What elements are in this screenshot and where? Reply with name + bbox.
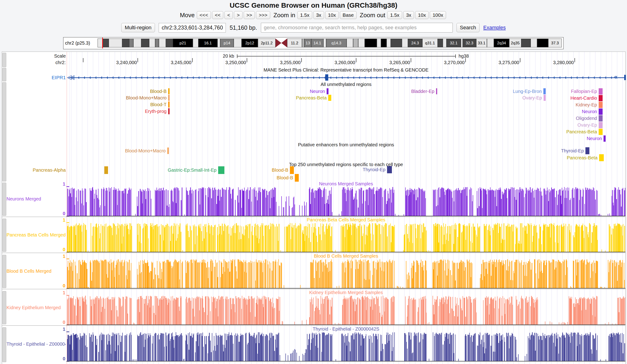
ideogram-band[interactable] [402,39,408,47]
region-mark-all-unmethylated[interactable] [599,122,603,128]
ideogram-band-24.3[interactable]: 24.3 [408,39,422,47]
ideogram-band[interactable] [234,39,242,47]
zoom-out-button-3[interactable]: 100x [430,11,446,19]
ideogram-band[interactable] [302,39,304,47]
ideogram-band[interactable] [365,39,377,47]
ideogram-band[interactable] [217,39,220,47]
region-label-putative-enhancers[interactable]: Pancreas-Beta [567,155,597,161]
region-label-all-unmethylated[interactable]: Oligodend [576,115,597,121]
track-drag-handle[interactable] [2,82,6,181]
region-mark-all-unmethylated[interactable] [604,135,606,142]
track-drag-handle[interactable] [2,255,6,288]
examples-link[interactable]: Examples [483,25,506,31]
move-button-1[interactable]: << [212,11,223,19]
region-label-all-unmethylated[interactable]: Lung-Ep-Bron [513,88,542,94]
ideogram-band[interactable] [531,39,537,47]
region-mark-all-unmethylated[interactable] [168,102,170,107]
region-mark-all-unmethylated[interactable] [543,88,546,94]
ideogram-band[interactable] [193,39,198,47]
search-button[interactable]: Search [457,23,480,32]
region-label-top250[interactable]: Pancreas-Alpha [33,167,66,173]
region-mark-top250[interactable] [218,166,224,174]
track-drag-handle[interactable] [2,327,6,362]
ideogram-band[interactable] [159,39,166,47]
region-label-all-unmethylated[interactable]: Bladder-Ep [411,88,434,94]
region-mark-all-unmethylated[interactable] [599,95,603,101]
region-label-all-unmethylated[interactable]: Fallopian-Ep [571,88,597,94]
ideogram-band-37.3[interactable]: 37.3 [548,39,562,47]
ideogram-band[interactable] [443,39,447,47]
ideogram-band[interactable] [377,39,381,47]
region-mark-top250[interactable] [295,174,299,182]
zoom-in-button-2[interactable]: 10x [325,11,339,19]
region-mark-top250[interactable] [290,166,294,174]
region-label-top250[interactable]: Gastric-Ep:Small-Int-Ep [168,167,216,173]
ideogram-band-2p11.2[interactable]: 2p11.2 [258,39,275,47]
signal-track-canvas-3[interactable] [67,296,625,324]
ideogram-band-14.1[interactable]: 14.1 [311,39,323,47]
region-mark-all-unmethylated[interactable] [168,95,170,101]
region-mark-all-unmethylated[interactable] [599,102,603,108]
ideogram-band-q31.1[interactable]: q31.1 [422,39,438,47]
region-label-all-unmethylated[interactable]: Eryth-prog [145,108,166,114]
ideogram-band[interactable] [166,39,173,47]
ideogram-band[interactable] [98,39,103,47]
ideogram-band-16.1[interactable]: 16.1 [198,39,217,47]
region-mark-all-unmethylated[interactable] [436,88,437,94]
move-button-3[interactable]: > [234,11,242,19]
region-mark-all-unmethylated[interactable] [544,95,546,101]
region-mark-all-unmethylated[interactable] [599,88,603,95]
track-drag-handle[interactable] [2,183,6,216]
zoom-out-button-0[interactable]: 1.5x [387,11,402,19]
multi-region-button[interactable]: Multi-region [121,23,155,32]
zoom-in-button-1[interactable]: 3x [314,11,324,19]
region-mark-putative-enhancers[interactable] [167,148,169,154]
region-label-putative-enhancers[interactable]: Thyroid-Ep [561,148,584,154]
ideogram-band-2q34[interactable]: 2q34 [494,39,509,47]
signal-track-canvas-2[interactable] [67,259,625,288]
region-label-all-unmethylated[interactable]: Blood-T [150,102,166,107]
ideogram-band-32.1[interactable]: 32.1 [447,39,461,47]
move-button-0[interactable]: <<< [197,11,211,19]
gene-exon-block[interactable] [325,74,328,81]
track-drag-handle[interactable] [2,68,6,81]
region-mark-all-unmethylated[interactable] [599,115,603,121]
move-button-2[interactable]: < [224,11,233,19]
signal-track-canvas-1[interactable] [67,223,625,252]
track-drag-handle[interactable] [2,291,6,324]
move-button-4[interactable]: >> [244,11,255,19]
ideogram-band-p14[interactable]: p14 [220,39,234,47]
ideogram-band[interactable] [381,39,387,47]
region-mark-all-unmethylated[interactable] [599,108,603,115]
region-mark-all-unmethylated[interactable] [168,88,170,94]
ideogram-band[interactable] [155,39,159,47]
region-label-all-unmethylated[interactable]: Neuron [587,135,602,142]
region-label-top250[interactable]: Blood-B [272,167,288,173]
zoom-in-button-3[interactable]: Base [340,11,357,19]
ideogram-band[interactable] [487,39,494,47]
ideogram-band[interactable] [133,39,141,47]
ideogram-band-11.2[interactable]: 11.2 [287,39,302,47]
track-drag-handle[interactable] [2,53,6,67]
region-label-all-unmethylated[interactable]: Blood-B [150,88,166,94]
ideogram-band-32.3[interactable]: 32.3 [463,39,476,47]
ideogram-band[interactable] [537,39,548,47]
zoom-out-button-1[interactable]: 3x [403,11,414,19]
signal-track-canvas-0[interactable] [67,187,625,216]
ideogram-band[interactable] [461,39,463,47]
region-label-top250[interactable]: Thyroid-Ep [363,166,385,173]
region-mark-all-unmethylated[interactable] [168,108,170,114]
region-label-all-unmethylated[interactable]: Pancreas-Beta [296,95,327,101]
region-label-all-unmethylated[interactable]: Pancreas-Beta [566,129,597,135]
ideogram-band[interactable] [122,39,129,47]
ideogram-band[interactable] [353,39,358,47]
ideogram-band-13[interactable]: 13 [304,39,311,47]
region-label-all-unmethylated[interactable]: Neuron [582,108,597,114]
move-button-5[interactable]: >>> [256,11,270,19]
zoom-out-button-2[interactable]: 10x [415,11,429,19]
region-mark-top250[interactable] [104,166,108,174]
ideogram-band[interactable] [141,39,149,47]
ideogram-band-33.1[interactable]: 33.1 [476,39,487,47]
region-label-all-unmethylated[interactable]: Neuron [310,88,325,94]
ideogram-band-q14.3[interactable]: q14.3 [326,39,347,47]
